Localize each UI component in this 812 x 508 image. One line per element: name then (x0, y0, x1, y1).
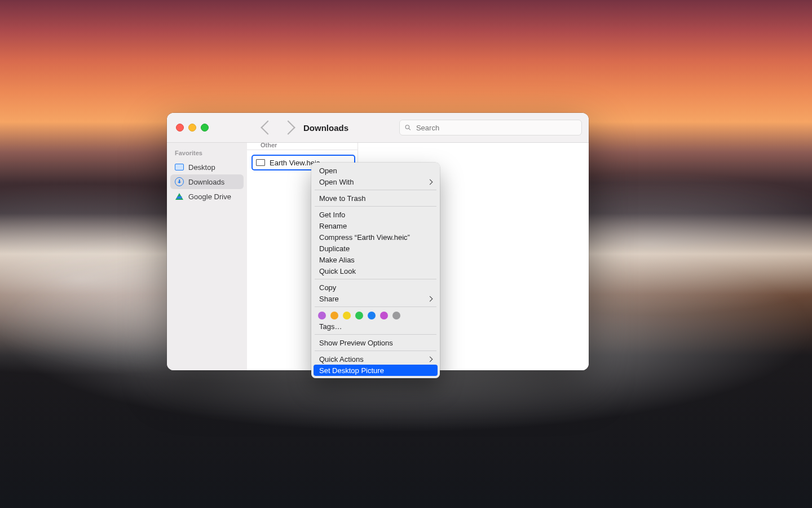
sidebar: Favorites DesktopDownloadsGoogle Drive (167, 143, 247, 370)
tag-color[interactable] (355, 312, 363, 319)
menu-item-label: Move to Trash (319, 194, 365, 203)
menu-item-show-preview-options[interactable]: Show Preview Options (314, 337, 438, 348)
sidebar-item-label: Downloads (188, 178, 224, 186)
sidebar-item-downloads[interactable]: Downloads (170, 174, 244, 189)
menu-item-label: Open (319, 167, 337, 175)
menu-separator (315, 190, 436, 190)
menu-item-quick-actions[interactable]: Quick Actions (314, 353, 438, 365)
menu-item-label: Quick Actions (319, 355, 364, 364)
search-input[interactable] (415, 123, 577, 133)
menu-separator (315, 351, 436, 351)
menu-item-make-alias[interactable]: Make Alias (314, 254, 438, 265)
context-menu: OpenOpen WithMove to TrashGet InfoRename… (311, 163, 440, 378)
menu-item-label: Open With (319, 178, 354, 186)
column-header: Other (247, 143, 358, 150)
menu-item-open-with[interactable]: Open With (314, 176, 438, 187)
nav-buttons (263, 122, 293, 133)
menu-item-tags[interactable]: Tags… (314, 321, 438, 332)
tag-color[interactable] (330, 312, 338, 319)
sidebar-item-google-drive[interactable]: Google Drive (170, 189, 244, 204)
image-file-icon (256, 159, 265, 166)
sidebar-item-desktop[interactable]: Desktop (170, 160, 244, 174)
menu-item-compress-earth-view-heic[interactable]: Compress “Earth View.heic” (314, 231, 438, 243)
sidebar-section-label: Favorites (170, 147, 244, 160)
group-label: Other (261, 142, 277, 148)
menu-item-move-to-trash[interactable]: Move to Trash (314, 192, 438, 204)
menu-separator (315, 306, 436, 307)
tag-color[interactable] (392, 312, 400, 319)
close-window-button[interactable] (176, 124, 184, 132)
chevron-right-icon (427, 179, 433, 185)
menu-separator (315, 206, 436, 207)
svg-point-0 (405, 125, 409, 129)
traffic-lights (176, 124, 209, 132)
search-icon (404, 124, 412, 132)
sidebar-item-label: Desktop (188, 163, 215, 172)
menu-item-share[interactable]: Share (314, 293, 438, 304)
menu-item-duplicate[interactable]: Duplicate (314, 243, 438, 254)
download-icon (175, 177, 184, 186)
back-button[interactable] (261, 120, 275, 134)
menu-item-label: Compress “Earth View.heic” (319, 233, 410, 242)
menu-item-label: Share (319, 295, 339, 303)
tag-color[interactable] (318, 312, 326, 319)
menu-separator (315, 334, 436, 335)
menu-item-get-info[interactable]: Get Info (314, 209, 438, 220)
menu-item-set-desktop-picture[interactable]: Set Desktop Picture (314, 365, 438, 376)
menu-item-quick-look[interactable]: Quick Look (314, 265, 438, 277)
desktop-icon (175, 163, 184, 172)
menu-item-label: Quick Look (319, 267, 356, 275)
chevron-right-icon (427, 356, 433, 362)
menu-item-label: Duplicate (319, 244, 350, 253)
menu-item-label: Show Preview Options (319, 339, 393, 347)
sidebar-item-label: Google Drive (188, 192, 231, 201)
menu-item-rename[interactable]: Rename (314, 220, 438, 231)
menu-item-label: Set Desktop Picture (319, 366, 384, 375)
svg-line-1 (409, 129, 411, 130)
tag-color[interactable] (343, 312, 351, 319)
tag-color[interactable] (368, 312, 376, 319)
minimize-window-button[interactable] (188, 124, 196, 132)
chevron-right-icon (427, 296, 433, 301)
menu-item-label: Make Alias (319, 256, 355, 264)
tag-color-row (314, 309, 438, 321)
forward-button[interactable] (281, 120, 295, 134)
menu-item-label: Copy (319, 283, 336, 292)
menu-item-copy[interactable]: Copy (314, 282, 438, 293)
menu-item-label: Get Info (319, 211, 345, 219)
zoom-window-button[interactable] (201, 124, 209, 132)
google-drive-icon (175, 192, 184, 201)
menu-item-label: Tags… (319, 322, 342, 331)
menu-item-label: Rename (319, 222, 347, 230)
titlebar: Downloads (167, 113, 589, 143)
menu-item-open[interactable]: Open (314, 165, 438, 176)
menu-separator (315, 279, 436, 279)
window-title: Downloads (303, 123, 348, 133)
tag-color[interactable] (380, 312, 388, 319)
search-field[interactable] (399, 120, 582, 135)
